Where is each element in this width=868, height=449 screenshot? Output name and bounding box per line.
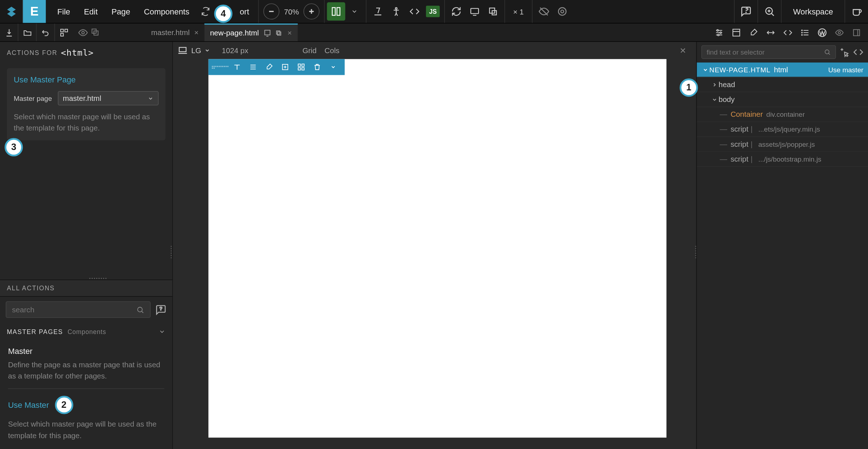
settings-icon[interactable] xyxy=(245,59,261,75)
panel-toggle-icon[interactable] xyxy=(848,24,864,40)
chevron-down-icon[interactable] xyxy=(701,67,709,73)
canvas-header: LG 1024 px Grid Cols × xyxy=(173,42,696,59)
svg-point-57 xyxy=(825,50,829,54)
wordpress-icon[interactable] xyxy=(814,24,830,40)
eye-icon[interactable] xyxy=(78,27,88,38)
spacing-icon[interactable] xyxy=(762,24,778,40)
tree-body[interactable]: body xyxy=(697,92,868,107)
svg-rect-32 xyxy=(733,29,740,36)
sliders-icon[interactable] xyxy=(711,24,727,40)
master-page-select[interactable]: master.html xyxy=(58,91,159,106)
grid-element-icon[interactable] xyxy=(293,59,309,75)
tree-container-name: Container xyxy=(731,110,763,119)
code-tree-icon[interactable] xyxy=(853,47,864,57)
code-panel-icon[interactable] xyxy=(780,24,796,40)
menu-file[interactable]: File xyxy=(50,7,77,16)
folder-icon[interactable] xyxy=(18,23,37,41)
brush-icon[interactable] xyxy=(745,24,761,40)
actions-for-header: ACTIONS FOR <html> xyxy=(0,42,172,64)
app-logo-icon[interactable] xyxy=(0,0,23,23)
annotation-bubble-1: 1 xyxy=(680,78,698,97)
tree-script-2[interactable]: — script | assets/js/popper.js xyxy=(697,137,868,152)
tree-root[interactable]: NEW-PAGE.HTML html Use master xyxy=(697,63,868,77)
copy-icon[interactable] xyxy=(90,27,99,38)
text-style-icon[interactable] xyxy=(369,2,387,21)
drag-grip-icon[interactable] xyxy=(212,63,229,71)
text-icon[interactable] xyxy=(229,59,245,75)
undo-icon[interactable] xyxy=(36,23,55,41)
canvas-area: LG 1024 px Grid Cols × xyxy=(173,42,696,449)
preview-icon[interactable] xyxy=(465,2,484,21)
close-icon[interactable]: × xyxy=(194,28,198,37)
tree-script-3[interactable]: — script | .../js/bootstrap.min.js xyxy=(697,152,868,167)
code-icon[interactable] xyxy=(405,2,424,21)
coffee-icon[interactable] xyxy=(847,2,866,21)
window-icon[interactable] xyxy=(484,2,502,21)
visibility-off-icon[interactable] xyxy=(534,2,553,21)
menu-components[interactable]: Components xyxy=(137,7,196,16)
tree-script-1[interactable]: — script | ...ets/js/jquery.min.js xyxy=(697,122,868,137)
grid-toggle-icon[interactable] xyxy=(327,2,345,21)
zoom-in-button[interactable] xyxy=(304,4,319,20)
tab-new-page[interactable]: new-page.html × xyxy=(204,23,297,41)
tab-master[interactable]: master.html × xyxy=(145,23,204,41)
svg-point-11 xyxy=(560,10,563,13)
svg-point-20 xyxy=(82,31,84,34)
list-icon[interactable] xyxy=(797,24,813,40)
paint-icon[interactable] xyxy=(261,59,277,75)
accessibility-icon[interactable] xyxy=(387,2,405,21)
tree-script-label: script xyxy=(731,155,748,163)
zoom-out-button[interactable] xyxy=(263,4,279,20)
action-master-title[interactable]: Master xyxy=(8,347,164,356)
chevron-right-icon[interactable] xyxy=(710,82,718,87)
tree-root-name: NEW-PAGE.HTML xyxy=(709,65,770,73)
more-icon[interactable] xyxy=(325,59,341,75)
device-icon[interactable] xyxy=(263,29,271,37)
svg-point-12 xyxy=(746,12,746,13)
cols-toggle[interactable]: Cols xyxy=(325,46,339,55)
import-icon[interactable] xyxy=(0,23,18,41)
close-icon[interactable]: × xyxy=(680,44,692,56)
zoom-search-icon[interactable] xyxy=(760,2,779,21)
eye-panel-icon[interactable] xyxy=(832,24,847,40)
duplicate-icon[interactable] xyxy=(275,29,283,37)
find-input[interactable]: find text or selector xyxy=(701,45,836,59)
use-master-title[interactable]: Use Master Page xyxy=(14,75,159,84)
svg-point-10 xyxy=(558,8,566,15)
help-icon[interactable] xyxy=(737,2,756,21)
chevron-down-icon[interactable] xyxy=(345,2,364,21)
dom-tree: NEW-PAGE.HTML html Use master head body … xyxy=(697,63,868,449)
find-placeholder: find text or selector xyxy=(706,48,765,56)
workspace-label[interactable]: Workspace xyxy=(784,7,842,16)
trash-icon[interactable] xyxy=(309,59,325,75)
target-icon[interactable] xyxy=(553,2,571,21)
boxes-icon[interactable] xyxy=(55,23,73,41)
menu-page[interactable]: Page xyxy=(104,7,137,16)
js-badge-icon[interactable]: JS xyxy=(424,2,442,21)
app-letter-badge[interactable]: E xyxy=(23,0,46,23)
menu-edit[interactable]: Edit xyxy=(77,7,104,16)
svg-point-40 xyxy=(802,34,802,35)
insert-icon[interactable] xyxy=(277,59,293,75)
svg-point-31 xyxy=(718,34,719,35)
chevron-down-icon[interactable] xyxy=(710,97,718,102)
refresh-icon[interactable] xyxy=(196,2,215,21)
help-bubble-icon[interactable]: ? xyxy=(155,304,167,316)
pick-element-icon[interactable] xyxy=(839,47,850,57)
reload-icon[interactable] xyxy=(447,2,466,21)
grid-toggle[interactable]: Grid xyxy=(302,46,317,55)
annotation-bubble-4: 4 xyxy=(214,5,233,23)
page-canvas[interactable] xyxy=(209,59,667,437)
device-label[interactable]: LG xyxy=(191,46,201,55)
search-input[interactable]: search xyxy=(6,301,151,318)
tree-head[interactable]: head xyxy=(697,77,868,92)
master-desc: Select which master page will be used as… xyxy=(14,111,159,133)
tree-container[interactable]: — Container div.container xyxy=(697,107,868,122)
close-icon[interactable]: × xyxy=(287,29,292,37)
chevron-down-icon[interactable] xyxy=(205,48,210,54)
layout-icon[interactable] xyxy=(728,24,744,40)
svg-rect-24 xyxy=(278,31,281,35)
master-pages-section[interactable]: MASTER PAGES Components xyxy=(0,322,172,341)
action-use-master-title[interactable]: Use Master xyxy=(8,401,49,410)
all-actions-header: ALL ACTIONS xyxy=(0,279,172,297)
